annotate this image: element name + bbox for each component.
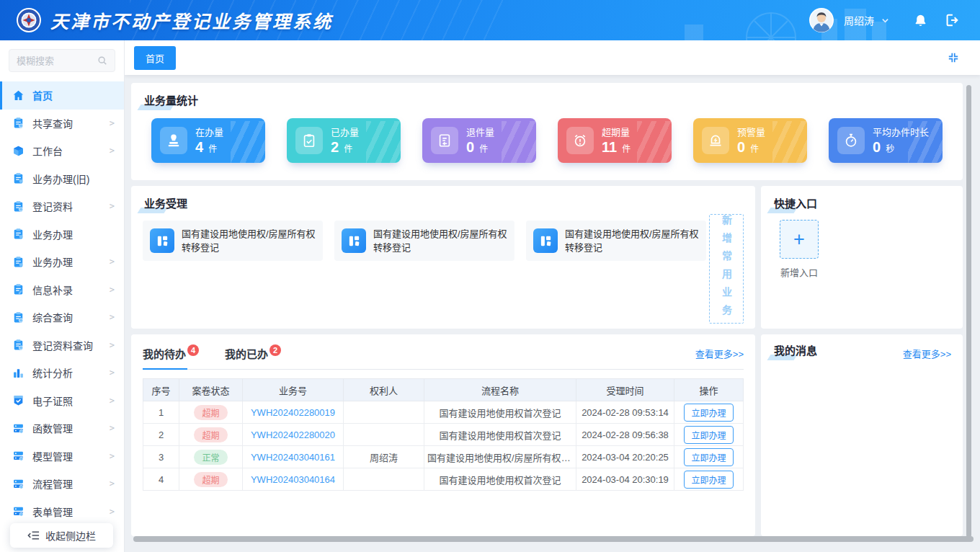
business-no-link[interactable]: YWH202403040164 (251, 474, 335, 485)
plus-icon: + (793, 228, 805, 251)
home-icon (12, 89, 24, 102)
stat-card-avg-duration: 平均办件时长 0秒 (829, 118, 943, 163)
add-entry-label: 新增入口 (780, 265, 819, 279)
horizontal-scrollbar[interactable] (133, 536, 974, 542)
sidebar-item-e-certificate[interactable]: 电子证照 > (0, 387, 124, 415)
chevron-right-icon: > (110, 312, 115, 322)
sidebar-item-workbench[interactable]: 工作台 > (0, 137, 124, 165)
messages-view-more-link[interactable]: 查看更多>> (903, 342, 951, 360)
sidebar-item-shared-query[interactable]: 共享查询 > (0, 110, 124, 138)
sidebar-item-home[interactable]: 首页 (0, 81, 124, 110)
cell-flow: 国有建设用地使用权首次登记 (424, 468, 576, 491)
acceptance-card[interactable]: 国有建设用地使用权/房屋所有权转移登记 (526, 221, 706, 261)
add-entry-button[interactable]: + (780, 220, 819, 259)
stats-panel: 业务量统计 在办量 4件 已办量 (131, 83, 963, 180)
sidebar-item-registration-data[interactable]: 登记资料 > (0, 192, 124, 221)
cell-action: 立即办理 (674, 424, 744, 446)
sidebar-item-statistics[interactable]: 统计分析 > (0, 359, 124, 387)
cell-time: 2024-02-28 09:53:14 (576, 401, 674, 424)
server-icon (12, 450, 24, 462)
stat-unit: 件 (344, 144, 352, 154)
business-no-link[interactable]: YWH202402280019 (251, 407, 335, 418)
stat-value: 11 (602, 139, 617, 155)
sidebar-item-registration-query[interactable]: 登记资料查询 > (0, 331, 124, 360)
user-name[interactable]: 周绍涛 (844, 13, 874, 27)
tab-my-done[interactable]: 我的已办2 (225, 342, 280, 369)
stat-unit: 件 (208, 144, 217, 154)
todo-panel: 我的待办4 我的已办2 查看更多>> 序号 案卷状态 (131, 334, 755, 536)
sidebar-item-form-management[interactable]: 表单管理 > (0, 498, 124, 526)
col-index: 序号 (143, 379, 179, 401)
app-logo (16, 7, 42, 33)
sidebar-item-comprehensive-query[interactable]: 综合查询 > (0, 303, 124, 331)
col-action: 操作 (674, 379, 744, 401)
search-icon (97, 55, 107, 66)
app-header: 天津市不动产登记业务管理系统 周绍涛 (0, 0, 980, 40)
cell-action: 立即办理 (674, 468, 744, 491)
business-no-link[interactable]: YWH202403040161 (251, 452, 335, 463)
logout-icon[interactable] (940, 8, 964, 32)
fullscreen-toggle-icon[interactable] (948, 52, 959, 63)
sidebar-item-function-management[interactable]: 函数管理 > (0, 414, 124, 442)
sidebar-item-label: 流程管理 (32, 476, 73, 491)
cell-biz-no: YWH202403040164 (243, 468, 344, 491)
collapse-sidebar-button[interactable]: 收起侧边栏 (10, 523, 113, 548)
chevron-right-icon: > (110, 285, 115, 295)
stopwatch-icon (837, 127, 865, 154)
chevron-down-icon[interactable] (881, 17, 889, 25)
sidebar-item-process-management[interactable]: 流程管理 > (0, 470, 124, 498)
sidebar-item-label: 业务办理 (32, 254, 73, 269)
notification-bell-icon[interactable] (908, 8, 932, 32)
sidebar-item-business-handling-2[interactable]: 业务办理 > (0, 248, 124, 276)
stat-value: 0 (466, 139, 474, 155)
stat-label: 预警量 (737, 127, 765, 138)
cell-flow: 国有建设用地使用权首次登记 (424, 424, 576, 446)
vertical-scrollbar[interactable] (966, 85, 971, 538)
tab-my-todo[interactable]: 我的待办4 (143, 342, 197, 369)
handle-now-button[interactable]: 立即办理 (684, 448, 733, 466)
stat-unit: 件 (479, 144, 488, 154)
handle-now-button[interactable]: 立即办理 (684, 471, 733, 489)
stat-unit: 件 (750, 144, 759, 154)
avatar[interactable] (809, 8, 834, 32)
cell-action: 立即办理 (674, 401, 744, 424)
sidebar-item-label: 函数管理 (32, 421, 73, 435)
chevron-right-icon: > (110, 451, 115, 461)
add-common-business-button[interactable]: 新增常用业务 (709, 214, 744, 324)
sidebar-search[interactable] (9, 49, 115, 72)
search-input[interactable] (17, 55, 97, 66)
tab-home[interactable]: 首页 (134, 46, 176, 70)
clipboard-icon (12, 172, 24, 184)
status-badge: 超期 (194, 405, 227, 420)
todo-view-more-link[interactable]: 查看更多>> (695, 342, 744, 360)
cell-status: 超期 (179, 468, 243, 491)
stats-cards: 在办量 4件 已办量 2件 (143, 118, 951, 163)
col-flow: 流程名称 (424, 379, 576, 401)
cell-index: 1 (143, 401, 179, 424)
cell-biz-no: YWH202402280020 (243, 424, 344, 446)
business-no-link[interactable]: YWH202402280020 (251, 429, 335, 440)
table-row: 4 超期 YWH202403040164 国有建设用地使用权首次登记 2024-… (143, 468, 744, 491)
business-blocks-icon (150, 228, 174, 253)
acceptance-section-title: 业务受理 (143, 195, 189, 210)
dashboard-content: 业务量统计 在办量 4件 已办量 (125, 75, 980, 552)
chevron-right-icon: > (110, 478, 115, 489)
cell-holder (344, 468, 424, 491)
acceptance-card-label: 国有建设用地使用权/房屋所有权转移登记 (373, 227, 507, 255)
sidebar-item-info-supplement[interactable]: 信息补录 > (0, 276, 124, 304)
clipboard-icon (12, 228, 24, 240)
acceptance-card[interactable]: 国有建设用地使用权/房屋所有权转移登记 (143, 221, 323, 261)
acceptance-card[interactable]: 国有建设用地使用权/房屋所有权转移登记 (334, 221, 514, 261)
sidebar-item-business-old[interactable]: 业务办理(旧) (0, 165, 124, 193)
handle-now-button[interactable]: 立即办理 (684, 426, 733, 444)
sidebar-item-label: 登记资料 (32, 199, 73, 213)
clipboard-search-icon (12, 311, 24, 324)
handle-now-button[interactable]: 立即办理 (684, 404, 733, 422)
tab-my-done-label: 我的已办 (225, 348, 268, 360)
stat-label: 平均办件时长 (873, 127, 929, 138)
sidebar-item-model-management[interactable]: 模型管理 > (0, 442, 124, 471)
sidebar-item-business-handling[interactable]: 业务办理 (0, 221, 124, 249)
server-icon (12, 478, 24, 490)
stat-unit: 秒 (886, 144, 894, 154)
col-biz-no: 业务号 (243, 379, 344, 401)
